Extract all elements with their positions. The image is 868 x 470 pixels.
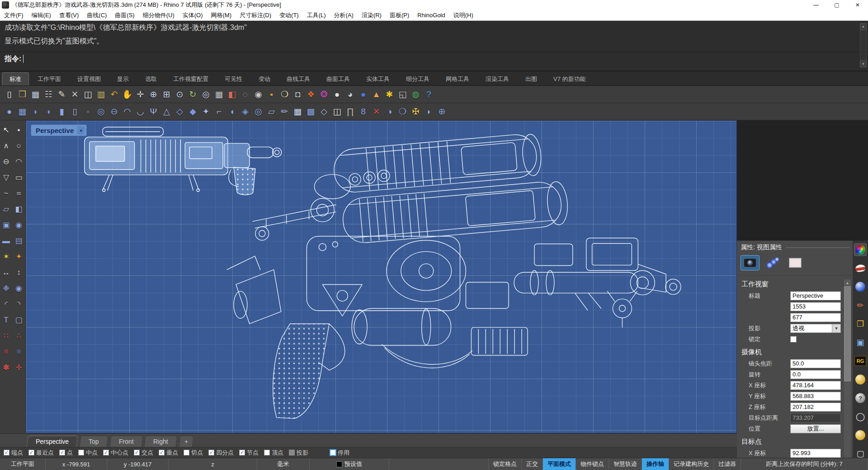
property-input-Y 座标[interactable]: 568.883 [790,392,841,401]
toolbar-tab-曲线工具[interactable]: 曲线工具 [279,72,318,85]
menu-item-1[interactable]: 文件(F) [0,10,28,20]
status-操作轴[interactable]: 操作轴 [642,458,669,470]
ellipsoid-icon[interactable]: ⊖ [108,105,121,119]
curve-down-icon[interactable]: ◡ [134,105,147,119]
scroll-track[interactable] [844,286,851,470]
toolbar-tab-出图[interactable]: 出图 [518,72,545,85]
property-input-X 座标[interactable]: 92.993 [790,449,841,458]
bean-icon[interactable]: ◖ [226,105,239,119]
property-select[interactable]: 透视▼ [790,324,841,333]
osnap-checkbox-四分点[interactable]: ✓ [208,450,214,456]
scroll-track[interactable] [860,30,867,60]
panel-scrollbar[interactable]: ▲ ▼ [844,280,851,470]
open-file-icon[interactable]: ❒ [16,88,29,101]
rotate-view-icon[interactable]: ↻ [186,88,199,101]
toolbar-tab-变动[interactable]: 变动 [251,72,278,85]
status-正交[interactable]: 正交 [522,458,543,470]
osnap-checkbox-节点[interactable]: ✓ [239,450,245,456]
toolbar-tab-实体工具[interactable]: 实体工具 [359,72,397,85]
surface-icon[interactable]: ▱ [0,203,12,215]
menu-item-12[interactable]: 分析(A) [330,10,358,20]
sphere-shaded-icon[interactable]: ◕ [344,88,357,101]
tools-gold-icon[interactable]: ✠ [409,105,422,119]
menu-item-13[interactable]: 渲染(R) [358,10,386,20]
property-input-value[interactable]: 1553 [790,302,841,311]
osnap-checkbox-中心点[interactable]: ✓ [103,450,109,456]
bars-blue-icon[interactable]: ≡ [13,346,25,357]
menu-item-8[interactable]: 网格(M) [207,10,236,20]
arc-handle-icon[interactable]: ◝ [13,298,25,310]
mesh-box-icon[interactable]: ▩ [304,105,317,119]
toolbar-tab-标准[interactable]: 标准 [2,72,29,85]
export-notes-icon[interactable]: ✎ [55,88,68,101]
display-properties-tab[interactable] [786,255,805,271]
link-frames-icon[interactable]: ◱ [396,88,409,101]
hide-object-icon[interactable]: ◌ [239,88,252,101]
toolbar-tab-细分工具[interactable]: 细分工具 [398,72,437,85]
dim-horizontal-icon[interactable]: ↔ [0,266,12,278]
torus-small-icon[interactable]: ◦ [81,105,94,119]
chevron-down-icon[interactable]: ▾ [77,126,85,134]
polyline-icon[interactable]: ∧ [0,140,12,152]
menu-item-2[interactable]: 编辑(E) [28,10,55,20]
menu-item-9[interactable]: 尺寸标注(D) [236,10,275,20]
new-viewport-tab-button[interactable]: + [179,436,194,447]
command-input[interactable]: 指令: [0,52,868,66]
osnap-checkbox-交点[interactable]: ✓ [134,450,140,456]
lightning-icon[interactable]: ✦ [13,251,25,262]
show-object-icon[interactable]: ◉ [252,88,265,101]
drop-b-icon[interactable]: ◖ [42,105,55,119]
scroll-down-icon[interactable]: ▼ [860,61,867,67]
cone-curve-icon[interactable]: △ [160,105,173,119]
patch-solid-icon[interactable]: ◆ [186,105,199,119]
status-x -799.591[interactable]: x -799.591 [46,458,107,470]
scroll-thumb[interactable] [844,286,851,381]
status-z[interactable]: z [169,458,257,470]
shield-icon[interactable]: ❖ [304,88,317,101]
toolbar-tab-显示[interactable]: 显示 [109,72,137,85]
point-icon[interactable]: • [13,124,25,136]
sphere-one-icon[interactable]: ◉ [13,282,25,294]
cloth-sphere-icon[interactable] [854,280,867,293]
osnap-checkbox-切点[interactable] [184,450,189,456]
menu-item-3[interactable]: 查看(V) [55,10,83,20]
cone-gold-icon[interactable]: ▲ [370,88,383,101]
mesh-diamond-icon[interactable]: ◇ [317,105,330,119]
subd-sphere-icon[interactable]: ● [3,105,16,119]
close-button[interactable]: ✕ [847,0,868,10]
minimize-button[interactable]: — [806,0,826,10]
subd-box-icon[interactable]: ▮ [55,105,68,119]
explode-star-icon[interactable]: ✶ [0,251,12,262]
plane-icon[interactable]: ▬ [0,235,12,247]
osnap-checkbox-垂点[interactable]: ✓ [159,450,165,456]
status-物件锁点[interactable]: 物件锁点 [576,458,609,470]
point-light-icon[interactable]: ▪ [265,88,278,101]
pan-hand-icon[interactable]: ✋ [121,88,134,101]
curve-up-icon[interactable]: ◠ [121,105,134,119]
checkbox-锁定[interactable] [790,336,797,342]
curve-icon[interactable]: ~ [0,187,12,199]
toolbar-tab-可见性[interactable]: 可见性 [217,72,250,85]
rhino-logo-icon[interactable] [2,1,9,9]
gold-coin-2-icon[interactable] [854,429,867,442]
undo-icon[interactable]: ↶ [108,88,121,101]
named-views-icon[interactable]: ◧ [226,88,239,101]
menu-item-15[interactable]: RhinoGold [413,10,449,20]
property-input-value[interactable]: 677 [790,313,841,322]
status-y -190.417[interactable]: y -190.417 [107,458,169,470]
viewport-tab-front[interactable]: Front [109,436,142,447]
half-moon-icon[interactable]: ◑ [383,105,396,119]
status-过滤器[interactable]: 过滤器 [714,458,741,470]
lamp-icon[interactable]: ❍ [278,88,291,101]
property-input-X 座标[interactable]: 478.164 [790,381,841,390]
toolbar-tab-工作平面[interactable]: 工作平面 [30,72,69,85]
dots-red-b-icon[interactable]: ∴ [13,330,25,342]
grid-bright-icon[interactable]: ▦ [291,105,304,119]
status-预设值[interactable]: 预设值 [310,458,389,470]
osnap-checkbox-最近点[interactable]: ✓ [28,450,34,456]
osnap-checkbox-点[interactable]: ✓ [59,450,65,456]
scroll-up-icon[interactable]: ▲ [844,280,851,286]
toolbar-tab-曲面工具[interactable]: 曲面工具 [319,72,358,85]
gear-settings-icon[interactable]: ✱ [383,88,396,101]
dim-vertical-icon[interactable]: ↕ [13,266,25,278]
